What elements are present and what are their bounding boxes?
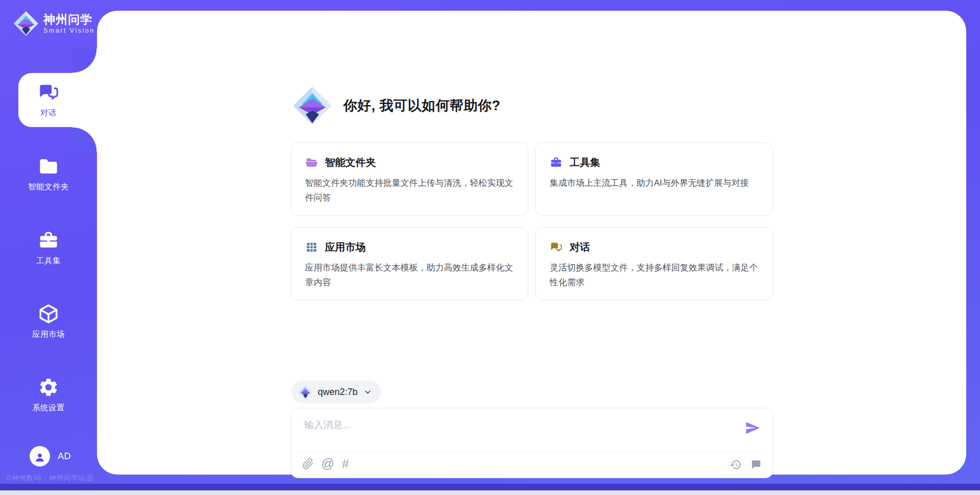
card-description: 灵活切换多模型文件，支持多样回复效果调试，满足个性化需求 xyxy=(550,260,758,290)
card-description: 应用市场提供丰富长文本模板，助力高效生成多样化文章内容 xyxy=(305,260,514,290)
sidebar-item-smart-folder[interactable]: 智能文件夹 xyxy=(0,147,97,201)
sidebar-item-label: 对话 xyxy=(40,108,57,118)
brand-name: 神州问学 xyxy=(43,13,95,26)
model-logo-icon xyxy=(299,385,312,399)
message-input[interactable] xyxy=(303,417,957,447)
sidebar-item-toolset[interactable]: 工具集 xyxy=(0,221,97,275)
toolbox-icon xyxy=(38,230,59,251)
composer-toolbar: @ # xyxy=(302,457,349,470)
feature-cards: 智能文件夹 智能文件夹功能支持批量文件上传与清洗，轻松实现文件问答 工具集 集成… xyxy=(290,142,773,301)
sidebar-item-label: 工具集 xyxy=(36,256,61,266)
composer-divider xyxy=(298,451,766,452)
card-title: 工具集 xyxy=(570,156,600,169)
gear-icon xyxy=(38,377,59,398)
sidebar-item-label: 智能文件夹 xyxy=(28,182,69,192)
message-composer: @ # xyxy=(290,408,773,478)
user-initials: AD xyxy=(58,451,71,462)
model-name: qwen2:7b xyxy=(318,387,358,398)
brand-subtitle: Smart Vision xyxy=(43,27,95,34)
card-smart-folder[interactable]: 智能文件夹 智能文件夹功能支持批量文件上传与清洗，轻松实现文件问答 xyxy=(290,142,529,216)
feedback-button[interactable] xyxy=(750,459,762,471)
main-panel: 你好, 我可以如何帮助你? 智能文件夹 智能文件夹功能支持批量文件上传与清洗，轻… xyxy=(97,11,966,475)
history-icon xyxy=(730,459,742,471)
sidebar: 神州问学 Smart Vision 对话 智能文件夹 工具集 应用市场 系统设置… xyxy=(0,0,97,484)
history-button[interactable] xyxy=(730,459,742,471)
footer-credit: ©神州数码 · 神州问学出品 xyxy=(0,474,100,483)
tab-curve-top xyxy=(72,48,97,73)
cube-icon xyxy=(38,303,59,325)
paperclip-icon xyxy=(302,458,314,469)
grid-icon xyxy=(305,241,318,254)
content-column: 你好, 我可以如何帮助你? 智能文件夹 智能文件夹功能支持批量文件上传与清洗，轻… xyxy=(290,11,773,478)
toolbox-icon xyxy=(550,156,562,169)
card-app-market[interactable]: 应用市场 应用市场提供丰富长文本模板，助力高效生成多样化文章内容 xyxy=(290,227,529,301)
person-icon xyxy=(34,451,46,463)
card-toolset[interactable]: 工具集 集成市场上主流工具，助力AI与外界无缝扩展与对接 xyxy=(535,142,773,216)
card-title: 智能文件夹 xyxy=(325,156,376,169)
avatar xyxy=(30,446,50,466)
folder-open-icon xyxy=(305,156,318,169)
send-icon xyxy=(745,420,761,436)
send-button[interactable] xyxy=(745,420,761,436)
attach-button[interactable] xyxy=(302,458,314,469)
page-title: 你好, 我可以如何帮助你? xyxy=(344,96,501,115)
chevron-down-icon xyxy=(363,388,372,397)
card-title: 应用市场 xyxy=(325,240,366,254)
sidebar-item-label: 系统设置 xyxy=(32,403,65,413)
sidebar-item-app-market[interactable]: 应用市场 xyxy=(0,294,97,349)
bottom-strip-light xyxy=(0,490,980,495)
composer-actions xyxy=(730,459,762,471)
chat-icon xyxy=(550,241,562,254)
brand: 神州问学 Smart Vision xyxy=(13,11,95,36)
user-account[interactable]: AD xyxy=(30,446,71,466)
sidebar-item-chat[interactable]: 对话 xyxy=(0,73,97,127)
card-description: 智能文件夹功能支持批量文件上传与清洗，轻松实现文件问答 xyxy=(305,176,514,205)
brand-diamond-icon xyxy=(13,11,39,36)
chat-icon xyxy=(38,82,59,103)
model-selector-button[interactable]: qwen2:7b xyxy=(291,381,381,403)
card-chat[interactable]: 对话 灵活切换多模型文件，支持多样回复效果调试，满足个性化需求 xyxy=(535,227,773,301)
mention-button[interactable]: @ xyxy=(322,457,334,470)
brand-diamond-icon xyxy=(292,86,332,126)
card-description: 集成市场上主流工具，助力AI与外界无缝扩展与对接 xyxy=(550,176,758,190)
welcome-header: 你好, 我可以如何帮助你? xyxy=(292,86,773,126)
topic-button[interactable]: # xyxy=(342,458,349,470)
folder-icon xyxy=(38,156,59,177)
card-title: 对话 xyxy=(570,240,590,254)
chat-bubble-icon xyxy=(750,459,762,471)
sidebar-item-settings[interactable]: 系统设置 xyxy=(0,368,97,422)
sidebar-item-label: 应用市场 xyxy=(32,329,65,340)
bottom-strip-dark xyxy=(0,484,980,490)
